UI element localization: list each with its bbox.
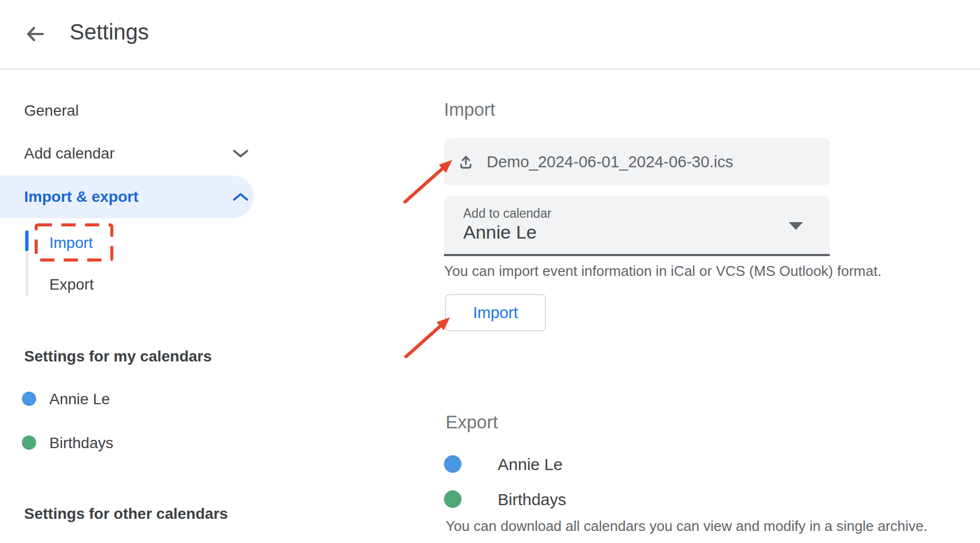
calendar-color-dot bbox=[22, 392, 36, 406]
calendar-color-dot bbox=[444, 490, 461, 508]
chevron-down-icon[interactable] bbox=[232, 149, 249, 158]
selected-file-name: Demo_2024-06-01_2024-06-30.ics bbox=[487, 153, 733, 171]
subnav-rail bbox=[25, 251, 29, 296]
export-section-heading: Export bbox=[446, 411, 498, 433]
file-upload-field[interactable]: Demo_2024-06-01_2024-06-30.ics bbox=[444, 138, 830, 185]
arrow-to-upload-icon bbox=[405, 167, 444, 202]
back-button[interactable] bbox=[23, 22, 49, 48]
sidebar-item-label: Import & export bbox=[24, 176, 138, 218]
sidebar-item-export[interactable]: Export bbox=[49, 276, 94, 293]
header-divider bbox=[0, 69, 980, 70]
sidebar-item-import-export[interactable]: Import & export bbox=[0, 176, 254, 218]
active-item-indicator bbox=[25, 230, 29, 251]
select-value: Annie Le bbox=[463, 222, 537, 243]
sidebar-section-my-calendars: Settings for my calendars bbox=[24, 348, 212, 365]
sidebar-item-calendar-annie[interactable]: Annie Le bbox=[0, 387, 254, 410]
import-help-text: You can import event information in iCal… bbox=[444, 263, 881, 279]
settings-page: Settings General Add calendar Import & e… bbox=[0, 0, 980, 543]
calendar-name: Birthdays bbox=[498, 491, 566, 508]
sidebar-item-general[interactable]: General bbox=[24, 102, 79, 120]
export-calendar-row: Annie Le bbox=[444, 455, 830, 473]
select-label: Add to calendar bbox=[463, 206, 551, 221]
export-calendar-row: Birthdays bbox=[444, 490, 830, 508]
export-help-text: You can download all calendars you can v… bbox=[446, 518, 927, 534]
chevron-up-icon bbox=[232, 193, 249, 201]
add-to-calendar-select[interactable]: Add to calendar Annie Le bbox=[444, 196, 830, 256]
calendar-color-dot bbox=[22, 435, 36, 450]
calendar-name: Annie Le bbox=[498, 456, 562, 473]
import-section-heading: Import bbox=[444, 99, 495, 121]
sidebar-item-add-calendar[interactable]: Add calendar bbox=[24, 145, 115, 162]
import-button-label: Import bbox=[473, 304, 518, 322]
calendar-name: Annie Le bbox=[49, 391, 110, 408]
import-button[interactable]: Import bbox=[445, 294, 546, 331]
page-title: Settings bbox=[70, 19, 149, 45]
calendar-name: Birthdays bbox=[49, 434, 113, 452]
sidebar-item-import[interactable]: Import bbox=[49, 235, 93, 251]
calendar-color-dot bbox=[444, 455, 461, 473]
dropdown-arrow-icon bbox=[789, 222, 803, 230]
arrow-left-icon bbox=[23, 38, 47, 48]
sidebar-item-calendar-birthdays[interactable]: Birthdays bbox=[0, 431, 254, 454]
upload-icon bbox=[457, 153, 475, 171]
arrow-to-import-button bbox=[406, 325, 442, 357]
sidebar-section-other-calendars: Settings for other calendars bbox=[24, 505, 228, 523]
